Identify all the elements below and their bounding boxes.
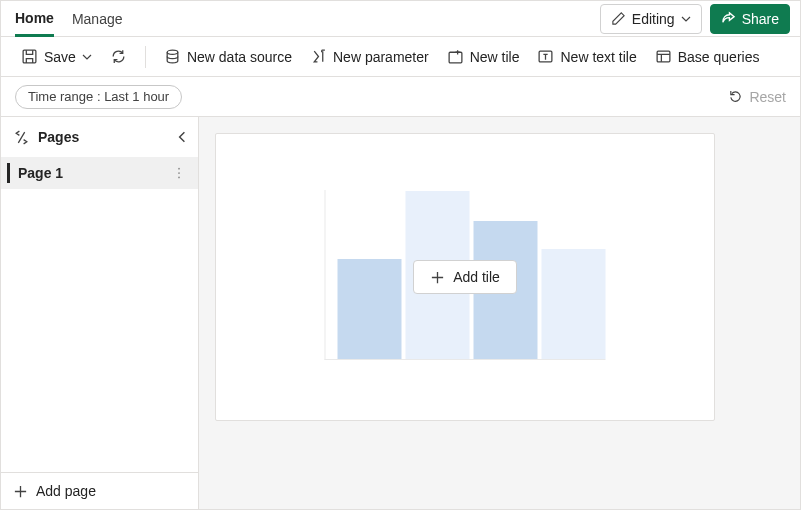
- new-data-source-button[interactable]: New data source: [158, 41, 298, 73]
- reset-icon: [728, 89, 743, 104]
- tab-home-label: Home: [15, 10, 54, 26]
- chevron-down-icon: [82, 52, 92, 62]
- new-tile-label: New tile: [470, 49, 520, 65]
- editing-button[interactable]: Editing: [600, 4, 702, 34]
- database-icon: [164, 48, 181, 65]
- new-data-source-label: New data source: [187, 49, 292, 65]
- top-bar: Home Manage Editing Share: [1, 1, 800, 37]
- new-text-tile-button[interactable]: New text tile: [531, 41, 642, 73]
- plus-icon: [430, 270, 445, 285]
- chevron-down-icon: [681, 14, 691, 24]
- editing-label: Editing: [632, 11, 675, 27]
- svg-point-1: [167, 50, 178, 54]
- save-label: Save: [44, 49, 76, 65]
- save-icon: [21, 48, 38, 65]
- reset-button[interactable]: Reset: [728, 89, 786, 105]
- page-list: Page 1: [1, 157, 198, 472]
- add-page-button[interactable]: Add page: [1, 472, 198, 509]
- sidebar: Pages Page 1 Add page: [1, 117, 199, 509]
- time-range-value: Last 1 hour: [104, 89, 169, 104]
- time-range-chip[interactable]: Time range : Last 1 hour: [15, 85, 182, 109]
- svg-point-5: [178, 168, 180, 170]
- base-queries-button[interactable]: Base queries: [649, 41, 766, 73]
- svg-point-7: [178, 177, 180, 179]
- tile-icon: [447, 48, 464, 65]
- time-range-label: Time range :: [28, 89, 101, 104]
- refresh-button[interactable]: [104, 41, 133, 73]
- new-tile-button[interactable]: New tile: [441, 41, 526, 73]
- sidebar-title: Pages: [38, 129, 168, 145]
- add-tile-button[interactable]: Add tile: [413, 260, 517, 294]
- active-bar: [7, 163, 10, 183]
- tab-manage-label: Manage: [72, 11, 123, 27]
- canvas: Add tile: [199, 117, 800, 509]
- reset-label: Reset: [749, 89, 786, 105]
- parameter-icon: [310, 48, 327, 65]
- new-parameter-button[interactable]: New parameter: [304, 41, 435, 73]
- svg-rect-4: [657, 51, 670, 62]
- add-page-label: Add page: [36, 483, 96, 499]
- more-icon[interactable]: [168, 166, 190, 180]
- refresh-icon: [110, 48, 127, 65]
- text-tile-icon: [537, 48, 554, 65]
- new-parameter-label: New parameter: [333, 49, 429, 65]
- plus-icon: [13, 484, 28, 499]
- body: Pages Page 1 Add page: [1, 117, 800, 509]
- pencil-icon: [611, 11, 626, 26]
- pages-icon: [13, 129, 30, 146]
- page-item-label: Page 1: [18, 165, 168, 181]
- divider: [145, 46, 146, 68]
- toolbar: Save New data source New parameter New t…: [1, 37, 800, 77]
- add-tile-label: Add tile: [453, 269, 500, 285]
- svg-rect-2: [449, 52, 462, 63]
- tab-strip: Home Manage: [15, 1, 123, 36]
- svg-rect-0: [23, 50, 36, 63]
- svg-point-6: [178, 172, 180, 174]
- share-label: Share: [742, 11, 779, 27]
- tab-manage[interactable]: Manage: [72, 1, 123, 36]
- collapse-icon[interactable]: [176, 131, 188, 143]
- save-button[interactable]: Save: [15, 41, 98, 73]
- share-icon: [721, 11, 736, 26]
- sidebar-header: Pages: [1, 117, 198, 157]
- page-item[interactable]: Page 1: [1, 157, 198, 189]
- filter-bar: Time range : Last 1 hour Reset: [1, 77, 800, 117]
- share-button[interactable]: Share: [710, 4, 790, 34]
- base-queries-label: Base queries: [678, 49, 760, 65]
- empty-tile-placeholder: Add tile: [215, 133, 715, 421]
- tab-home[interactable]: Home: [15, 2, 54, 37]
- new-text-tile-label: New text tile: [560, 49, 636, 65]
- queries-icon: [655, 48, 672, 65]
